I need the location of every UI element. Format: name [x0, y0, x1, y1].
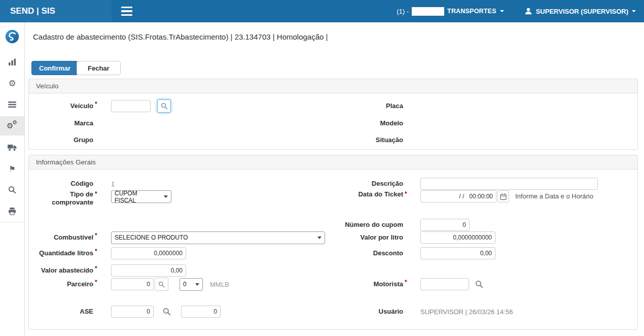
parceiro-search-button[interactable]	[155, 278, 168, 291]
modelo-label: Modelo	[325, 119, 403, 127]
redacted-org-box	[412, 7, 444, 16]
parceiro-local-selected: 0	[183, 281, 187, 288]
veiculo-input[interactable]	[111, 100, 151, 112]
parceiro-label: Parceiro	[29, 280, 93, 288]
breadcrumb: Cadastro de abastecimento (SIS.Frotas.Tr…	[33, 31, 403, 42]
parceiro-local-select[interactable]: 0	[180, 278, 203, 291]
ase-label: ASE	[29, 308, 93, 316]
user-name: SUPERVISOR (SUPERVISOR)	[536, 8, 628, 15]
desconto-label: Desconto	[325, 249, 403, 257]
ase-search-icon[interactable]	[163, 308, 171, 316]
confirm-button[interactable]: Confirmar	[31, 61, 78, 75]
sidebar-search-icon[interactable]	[0, 180, 24, 199]
descricao-label: Descrição	[325, 180, 403, 188]
app-brand[interactable]: SEND | SIS	[0, 0, 112, 22]
usuario-value: SUPERVISOR | 26/03/26 14:56	[420, 308, 513, 316]
org-name: TRANSPORTES	[447, 8, 496, 15]
calendar-button[interactable]	[497, 190, 509, 203]
codigo-value: 1	[111, 180, 115, 188]
veiculo-search-button[interactable]	[157, 99, 171, 113]
chevron-down-icon	[500, 10, 504, 12]
data-ticket-label: Data do Ticket	[325, 190, 403, 198]
valor-litro-label: Valor por litro	[325, 233, 403, 242]
tipo-comprovante-selected: CUPOM FISCAL	[115, 190, 160, 204]
grupo-label: Grupo	[29, 136, 93, 144]
sidebar-print-icon[interactable]	[0, 201, 24, 221]
codigo-label: Código	[29, 180, 93, 188]
search-icon	[158, 281, 165, 288]
top-bar: SEND | SIS (1) - TRANSPORTES SUPERVISOR …	[0, 0, 644, 22]
valor-abastecido-input[interactable]	[111, 264, 186, 277]
sidebar: ⚙ ⚙⚙ ⚑	[0, 22, 25, 336]
vehicle-section-title: Veículo	[29, 79, 637, 93]
required-star: *	[93, 190, 111, 197]
situacao-label: Situação	[325, 136, 403, 144]
vehicle-section: Veículo Veículo * Placa Marca Modelo Gru…	[28, 79, 638, 150]
parceiro-code: MMLB	[210, 281, 229, 288]
chevron-down-icon	[164, 195, 168, 198]
required-star: *	[93, 248, 111, 255]
quantidade-litros-label: Quantidade litros	[29, 249, 93, 257]
close-button[interactable]: Fechar	[77, 61, 121, 75]
org-prefix: (1) -	[397, 8, 409, 15]
user-icon	[524, 7, 532, 15]
parceiro-input[interactable]	[111, 278, 154, 290]
required-star: *	[93, 232, 111, 239]
required-star: *	[93, 279, 111, 286]
tipo-comprovante-label: Tipo de comprovante	[29, 190, 93, 207]
numero-cupom-label: Número do cupom	[325, 221, 403, 229]
general-info-section: Informações Gerais Código 1 Descrição Ti…	[28, 155, 638, 330]
sidebar-settings-gear-icon[interactable]: ⚙	[0, 74, 24, 93]
chevron-down-icon	[317, 237, 321, 239]
motorista-search-icon[interactable]	[475, 280, 483, 288]
sidebar-dashboard-chart-icon[interactable]	[0, 52, 24, 72]
sidebar-fleet-truck-icon[interactable]	[0, 138, 24, 157]
combustivel-selected: SELECIONE O PRODUTO	[115, 234, 188, 241]
search-icon	[161, 103, 168, 110]
chevron-down-icon	[195, 283, 199, 286]
valor-abastecido-label: Valor abastecido	[29, 266, 93, 275]
placa-label: Placa	[325, 102, 403, 110]
ase-input[interactable]	[111, 306, 154, 318]
combustivel-select[interactable]: SELECIONE O PRODUTO	[111, 231, 325, 244]
sidebar-flag-icon[interactable]: ⚑	[0, 159, 24, 178]
veiculo-label: Veículo	[29, 102, 93, 110]
numero-cupom-input[interactable]	[420, 219, 470, 231]
valor-litro-input[interactable]	[420, 231, 495, 244]
required-star: *	[403, 279, 420, 286]
topbar-right: (1) - TRANSPORTES SUPERVISOR (SUPERVISOR…	[397, 7, 644, 16]
quantidade-litros-input[interactable]	[111, 247, 186, 259]
sidebar-divider	[0, 222, 24, 222]
motorista-label: Motorista	[325, 280, 403, 288]
desconto-input[interactable]	[420, 247, 495, 259]
calendar-icon	[500, 193, 507, 200]
required-star: *	[93, 265, 111, 272]
usuario-label: Usuário	[325, 308, 403, 316]
app-logo-icon[interactable]	[5, 29, 20, 46]
motorista-input[interactable]	[420, 278, 469, 290]
data-ticket-input[interactable]	[420, 190, 496, 203]
user-menu[interactable]: SUPERVISOR (SUPERVISOR)	[524, 7, 636, 15]
chevron-down-icon	[632, 10, 636, 12]
sidebar-menu-list-icon[interactable]	[0, 95, 24, 114]
hamburger-menu-icon[interactable]	[119, 5, 134, 18]
page-title: Cadastro de abastecimento (SIS.Frotas.Tr…	[33, 32, 328, 41]
general-info-section-title: Informações Gerais	[29, 155, 637, 170]
ase-secondary-input[interactable]	[181, 306, 221, 318]
required-star: *	[93, 100, 111, 108]
tipo-comprovante-select[interactable]: CUPOM FISCAL	[111, 190, 171, 203]
combustivel-label: Combustível	[29, 233, 93, 242]
redacted-title-box	[332, 31, 403, 42]
marca-label: Marca	[29, 119, 93, 127]
required-star: *	[403, 190, 420, 197]
descricao-input[interactable]	[420, 178, 598, 190]
org-selector[interactable]: (1) - TRANSPORTES	[397, 7, 504, 16]
data-ticket-hint: Informe a Data e o Horário	[515, 190, 593, 203]
sidebar-modules-gears-icon[interactable]: ⚙⚙	[0, 116, 24, 136]
